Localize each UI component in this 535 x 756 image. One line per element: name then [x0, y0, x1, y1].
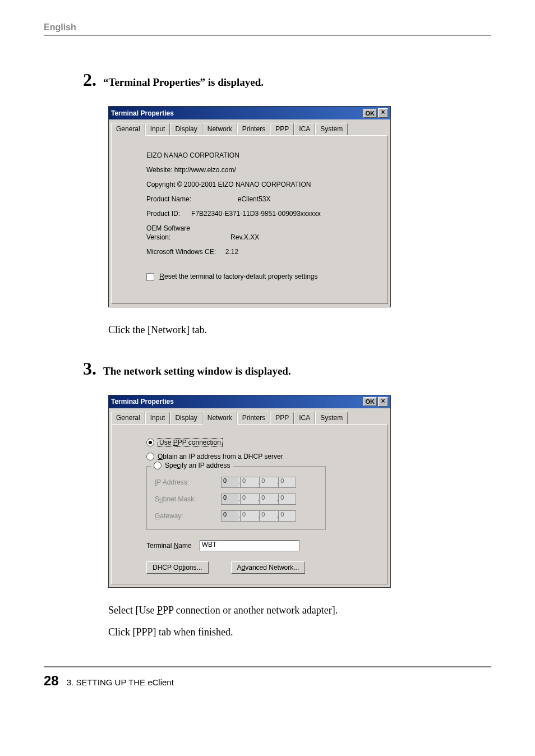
step-2-instruction: Click the [Network] tab. [108, 324, 491, 336]
ip-address-label: IP Address: [155, 478, 216, 486]
titlebar: Terminal Properties OK × [109, 107, 390, 119]
subnet-mask-label: Subnet Mask: [155, 495, 216, 503]
radio-icon[interactable] [154, 462, 162, 469]
copyright-label: Copyright © 2000-2001 EIZO NANAO CORPORA… [146, 181, 375, 188]
window-title: Terminal Properties [111, 109, 174, 117]
header-language: English [44, 22, 491, 36]
tab-ica[interactable]: ICA [294, 412, 315, 425]
product-name-label: Product Name: [146, 195, 191, 203]
radio-icon[interactable] [146, 453, 154, 460]
oem-software-label-2: Version: [146, 233, 170, 241]
tab-strip: General Input Display Network Printers P… [109, 408, 390, 425]
tab-ppp[interactable]: PPP [270, 123, 294, 136]
ip-octet[interactable]: 0 [240, 477, 257, 488]
tab-general[interactable]: General [111, 123, 145, 136]
reset-label: Reset the terminal to factory-default pr… [159, 273, 317, 280]
company-label: EIZO NANAO CORPORATION [146, 151, 375, 159]
ip-octet[interactable]: 0 [259, 510, 276, 522]
radio-dhcp-label: Obtain an IP address from a DHCP server [158, 453, 283, 460]
ip-octet[interactable]: 0 [278, 494, 296, 505]
ip-octet[interactable]: 0 [278, 510, 296, 522]
titlebar: Terminal Properties OK × [109, 395, 390, 408]
radio-icon[interactable] [146, 439, 154, 446]
windows-ce-label: Microsoft Windows CE: [146, 248, 216, 256]
product-name-value: eClient53X [238, 195, 271, 203]
subnet-mask-field[interactable]: 0. 0. 0. 0 [221, 494, 296, 505]
ip-octet[interactable]: 0 [259, 477, 276, 488]
gateway-field[interactable]: 0. 0. 0. 0 [221, 510, 296, 522]
page-footer: 28 3. SETTING UP THE eClient [44, 666, 491, 689]
tab-display[interactable]: Display [170, 123, 202, 136]
radio-use-ppp[interactable]: Use PPP connection [146, 438, 375, 447]
step-3-instruction-1: Select [Use PPP connection or another ne… [108, 605, 491, 616]
radio-dhcp[interactable]: Obtain an IP address from a DHCP server [146, 453, 375, 460]
step-3-instruction-2: Click [PPP] tab when finished. [108, 626, 491, 638]
terminal-name-input[interactable]: WBT [200, 540, 299, 551]
ip-address-field[interactable]: 0. 0. 0. 0 [221, 477, 296, 488]
radio-specify-label: Specify an IP address [165, 462, 230, 469]
window-ok-button[interactable]: OK [363, 109, 377, 118]
tab-input[interactable]: Input [145, 412, 170, 425]
step-2: 2. “Terminal Properties” is displayed. [83, 70, 491, 90]
oem-software-label-1: OEM Software [146, 224, 190, 232]
tab-strip: General Input Display Network Printers P… [109, 119, 390, 136]
tab-printers[interactable]: Printers [237, 123, 270, 136]
tab-body-general: EIZO NANAO CORPORATION Website: http://w… [111, 135, 388, 304]
ip-octet[interactable]: 0 [278, 477, 296, 488]
step-3: 3. The network setting window is display… [83, 358, 491, 379]
footer-chapter: 3. SETTING UP THE eClient [67, 677, 174, 687]
terminal-name-label: Terminal Name [146, 542, 192, 550]
close-icon[interactable]: × [378, 397, 388, 407]
radio-ppp-label: Use PPP connection [158, 438, 223, 447]
window-ok-button[interactable]: OK [363, 397, 377, 406]
ip-octet[interactable]: 0 [221, 477, 238, 488]
specify-ip-group: Specify an IP address IP Address: 0. 0. … [146, 466, 326, 530]
step-3-number: 3. [83, 358, 96, 379]
oem-software-value: Rev.X.XX [230, 233, 259, 241]
windows-ce-value: 2.12 [225, 248, 238, 256]
ip-octet[interactable]: 0 [240, 510, 257, 522]
reset-checkbox[interactable] [146, 273, 154, 281]
reset-checkbox-row[interactable]: Reset the terminal to factory-default pr… [146, 273, 375, 281]
ip-octet[interactable]: 0 [259, 494, 276, 505]
ip-octet[interactable]: 0 [221, 494, 238, 505]
terminal-properties-window-network: Terminal Properties OK × General Input D… [108, 395, 391, 588]
tab-display[interactable]: Display [170, 412, 202, 425]
tab-ppp[interactable]: PPP [270, 412, 294, 425]
dhcp-options-button[interactable]: DHCP Options... [146, 561, 209, 574]
tab-input[interactable]: Input [145, 123, 170, 136]
step-3-text: The network setting window is displayed. [103, 365, 291, 377]
tab-ica[interactable]: ICA [294, 123, 315, 136]
ip-octet[interactable]: 0 [240, 494, 257, 505]
close-icon[interactable]: × [378, 108, 388, 118]
page-number: 28 [44, 673, 59, 689]
terminal-properties-window-general: Terminal Properties OK × General Input D… [108, 106, 391, 307]
tab-network[interactable]: Network [202, 412, 237, 425]
step-2-text: “Terminal Properties” is displayed. [103, 76, 264, 89]
tab-network[interactable]: Network [202, 123, 237, 136]
ip-octet[interactable]: 0 [221, 510, 238, 522]
tab-system[interactable]: System [315, 123, 348, 136]
tab-system[interactable]: System [315, 412, 348, 425]
gateway-label: Gateway: [155, 512, 216, 520]
website-label: Website: http://www.eizo.com/ [146, 166, 375, 174]
step-2-number: 2. [83, 70, 96, 90]
tab-general[interactable]: General [111, 412, 145, 425]
tab-printers[interactable]: Printers [237, 412, 270, 425]
product-id-value: F7B22340-E371-11D3-9851-009093xxxxxx [191, 210, 321, 218]
advanced-network-button[interactable]: Advanced Network... [231, 561, 306, 574]
product-id-label: Product ID: [146, 210, 180, 218]
window-title: Terminal Properties [111, 398, 174, 405]
tab-body-network: Use PPP connection Obtain an IP address … [111, 424, 388, 584]
